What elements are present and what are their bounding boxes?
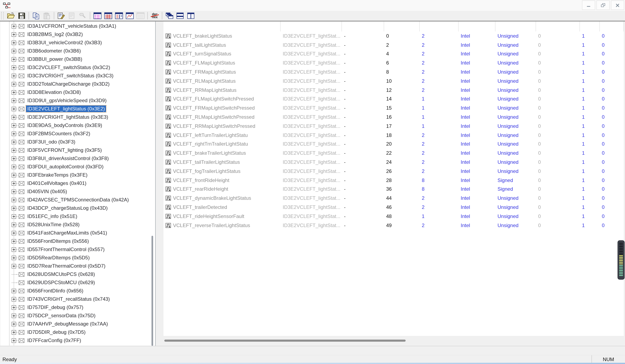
- scrollbar-thumb[interactable]: [164, 340, 406, 342]
- tree-item[interactable]: ID3A1VCFRONT_vehicleStatus (0x3A1): [0, 22, 155, 30]
- expand-plus-icon[interactable]: [12, 40, 16, 45]
- tree-item[interactable]: ID3E3VCRIGHT_lightStatus (0x3E3): [0, 113, 155, 121]
- signal-row[interactable]: VCLEFT_RLMapLightStatus ID3E2VCLEFT_ligh…: [163, 77, 624, 86]
- menu-item[interactable]: [28, 1, 35, 10]
- expand-plus-icon[interactable]: [12, 65, 16, 70]
- edit-attributes-button[interactable]: [56, 11, 66, 20]
- dec-hex-toggle-button[interactable]: dec hex: [150, 11, 160, 20]
- tree-item[interactable]: ID557FrontThermalControl (0x557): [0, 245, 155, 253]
- column-header[interactable]: [536, 22, 580, 31]
- tree-item[interactable]: ID3B6odometer (0x3B6): [0, 47, 155, 55]
- tree-item[interactable]: ID401CellVoltages (0x401): [0, 179, 155, 187]
- tree-item[interactable]: ID3F8UI_driverAssistControl (0x3F8): [0, 154, 155, 163]
- menu-item[interactable]: [20, 1, 28, 10]
- signal-row[interactable]: VCLEFT_brakeLightStatus ID3E2VCLEFT_ligh…: [163, 31, 624, 41]
- signal-row[interactable]: VCLEFT_trailerDetected ID3E2VCLEFT_light…: [163, 203, 624, 212]
- restore-button[interactable]: [596, 0, 610, 10]
- tile-horizontal-button[interactable]: [175, 11, 185, 20]
- expand-plus-icon[interactable]: [12, 73, 16, 78]
- tree-item[interactable]: ID5D7RearThermalControl (0x5D7): [0, 262, 155, 270]
- signal-row[interactable]: VCLEFT_tailTrailerLightStatus ID3E2VCLEF…: [163, 158, 624, 167]
- column-header[interactable]: [459, 22, 496, 31]
- column-header[interactable]: [580, 22, 600, 31]
- expand-plus-icon[interactable]: [12, 140, 16, 144]
- expand-plus-icon[interactable]: [12, 107, 16, 111]
- table-horizontal-scrollbar[interactable]: [163, 336, 624, 346]
- edge-color-widget[interactable]: [618, 240, 625, 280]
- tree-item[interactable]: ID541FastChargeMaxLimits (0x541): [0, 229, 155, 237]
- expand-plus-icon[interactable]: [12, 330, 16, 335]
- tree-item[interactable]: ID43DCP_chargeStatusLog (0x43D): [0, 204, 155, 212]
- expand-plus-icon[interactable]: [12, 264, 16, 268]
- expand-plus-icon[interactable]: [12, 206, 16, 210]
- view-messages-button[interactable]: [103, 11, 113, 20]
- expand-plus-icon[interactable]: [12, 282, 16, 283]
- paste-button[interactable]: [42, 11, 52, 20]
- tree-item[interactable]: ID628UDSMCUtoPCS (0x628): [0, 270, 155, 278]
- tree-item[interactable]: ID405VIN (0x405): [0, 187, 155, 196]
- expand-plus-icon[interactable]: [12, 197, 16, 202]
- signal-row[interactable]: VCLEFT_FRMapLightStatus ID3E2VCLEFT_ligh…: [163, 67, 624, 77]
- expand-plus-icon[interactable]: [12, 322, 16, 326]
- menu-item[interactable]: [35, 1, 43, 10]
- close-button[interactable]: [611, 0, 624, 10]
- column-header[interactable]: [163, 22, 281, 31]
- toolbar-grip[interactable]: [1, 12, 4, 19]
- view-network-button[interactable]: [125, 11, 134, 20]
- tree-item[interactable]: ID3B3UI_vehicleControl2 (0x3B3): [0, 38, 155, 47]
- signal-row[interactable]: VCLEFT_FLMapLightStatus ID3E2VCLEFT_ligh…: [163, 58, 624, 68]
- tree-item[interactable]: ID3D8Elevation (0x3D8): [0, 88, 155, 96]
- tree-item[interactable]: ID3D2TotalChargeDischarge (0x3D2): [0, 80, 155, 88]
- tree-item[interactable]: ID3C2VCLEFT_switchStatus (0x3C2): [0, 63, 155, 72]
- expand-plus-icon[interactable]: [12, 24, 16, 28]
- signal-row[interactable]: VCLEFT_frontRideHeight ID3E2VCLEFT_light…: [163, 176, 624, 185]
- expand-plus-icon[interactable]: [12, 239, 16, 243]
- tree-item[interactable]: ID556FrontDItemps (0x556): [0, 237, 155, 245]
- tree-item[interactable]: ID757DIF_debug (0x757): [0, 303, 155, 311]
- signal-row[interactable]: VCLEFT_rearRideHeight ID3E2VCLEFT_lightS…: [163, 185, 624, 194]
- tree-item[interactable]: ID743VCRIGHT_recallStatus (0x743): [0, 295, 155, 303]
- column-header[interactable]: [600, 22, 624, 31]
- tree-scrollbar-thumb[interactable]: [152, 236, 153, 346]
- signal-row[interactable]: VCLEFT_RLMapLightSwitchPressed ID3E2VCLE…: [163, 112, 624, 122]
- tree-item[interactable]: ID7FFcarConfig (0x7FF): [0, 336, 155, 345]
- tree-item[interactable]: ID3FEbrakeTemps (0x3FE): [0, 171, 155, 179]
- expand-plus-icon[interactable]: [12, 297, 16, 301]
- tree-item[interactable]: ID3E9DAS_bodyControls (0x3E9): [0, 121, 155, 129]
- tree-item[interactable]: ID629UDSPCStoMCU (0x629): [0, 278, 155, 287]
- expand-plus-icon[interactable]: [12, 115, 16, 119]
- signal-row[interactable]: VCLEFT_turnSignalStatus ID3E2VCLEFT_ligh…: [163, 49, 624, 58]
- expand-plus-icon[interactable]: [12, 288, 16, 293]
- tree-item[interactable]: ID3F2BMSCounters (0x3F2): [0, 129, 155, 138]
- column-header[interactable]: [281, 22, 342, 31]
- expand-plus-icon[interactable]: [12, 231, 16, 235]
- expand-plus-icon[interactable]: [12, 214, 16, 219]
- signal-row[interactable]: VCLEFT_FLMapLightSwitchPressed ID3E2VCLE…: [163, 94, 624, 104]
- expand-plus-icon[interactable]: [12, 82, 16, 86]
- expand-plus-icon[interactable]: [12, 247, 16, 252]
- tree-item[interactable]: ID7D5DIR_debug (0x7D5): [0, 328, 155, 336]
- signal-row[interactable]: VCLEFT_RRMapLightSwitchPressed ID3E2VCLE…: [163, 122, 624, 131]
- tree-item[interactable]: ID3E2VCLEFT_lightStatus (0x3E2): [0, 105, 155, 113]
- signal-row[interactable]: VCLEFT_dynamicBrakeLightStatus ID3E2VCLE…: [163, 194, 624, 203]
- tree-item[interactable]: ID7AAHVP_debugMessage (0x7AA): [0, 320, 155, 328]
- expand-plus-icon[interactable]: [12, 338, 16, 343]
- column-header[interactable]: [384, 22, 420, 31]
- tree-item[interactable]: ID3F3UI_odo (0x3F3): [0, 138, 155, 146]
- expand-plus-icon[interactable]: [12, 32, 16, 37]
- signal-row[interactable]: VCLEFT_reverseTrailerLightStatus ID3E2VC…: [163, 221, 624, 230]
- open-file-button[interactable]: [6, 11, 16, 20]
- cascade-windows-button[interactable]: [164, 11, 174, 20]
- view-extra-button[interactable]: [135, 11, 145, 20]
- tree-item[interactable]: ID528UnixTime (0x528): [0, 221, 155, 229]
- menu-item[interactable]: [13, 1, 20, 10]
- tree-item[interactable]: ID3F5VCFRONT_lighting (0x3F5): [0, 146, 155, 154]
- expand-plus-icon[interactable]: [12, 313, 16, 318]
- tree-item[interactable]: ID3C3VCRIGHT_switchStatus (0x3C3): [0, 72, 155, 80]
- save-button[interactable]: [17, 11, 27, 20]
- tree-item[interactable]: ID3BBUI_power (0x3BB): [0, 55, 155, 63]
- expand-plus-icon[interactable]: [12, 49, 16, 53]
- signal-row[interactable]: VCLEFT_FRMapLightSwitchPressed ID3E2VCLE…: [163, 104, 624, 113]
- expand-plus-icon[interactable]: [12, 189, 16, 194]
- expand-plus-icon[interactable]: [12, 98, 16, 103]
